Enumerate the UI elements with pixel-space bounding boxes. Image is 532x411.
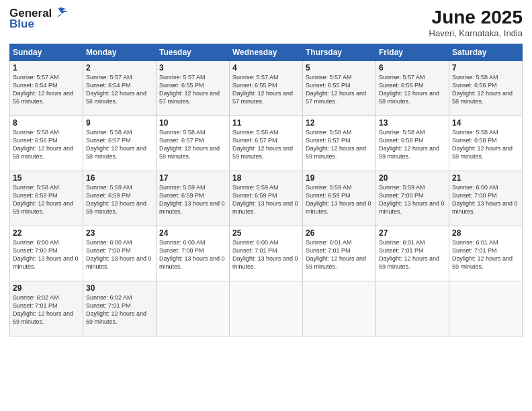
day-number: 30 [86, 283, 153, 293]
calendar-day-cell: 7Sunrise: 5:58 AMSunset: 6:56 PMDaylight… [449, 61, 523, 116]
day-number: 21 [452, 173, 519, 183]
day-number: 10 [159, 118, 226, 128]
calendar-table: SundayMondayTuesdayWednesdayThursdayFrid… [9, 44, 523, 336]
day-info: Sunrise: 5:58 AMSunset: 6:58 PMDaylight:… [379, 128, 446, 161]
day-number: 23 [86, 228, 153, 238]
title-block: June 2025 Haveri, Karnataka, India [429, 7, 523, 38]
calendar-day-header: Monday [83, 44, 157, 61]
calendar-day-cell [303, 281, 376, 336]
day-number: 1 [13, 63, 80, 73]
day-number: 19 [306, 173, 373, 183]
calendar-day-cell: 22Sunrise: 6:00 AMSunset: 7:00 PMDayligh… [10, 226, 83, 281]
day-info: Sunrise: 6:00 AMSunset: 7:00 PMDaylight:… [86, 238, 153, 271]
day-number: 7 [452, 63, 519, 73]
day-number: 5 [306, 63, 373, 73]
day-info: Sunrise: 6:02 AMSunset: 7:01 PMDaylight:… [13, 293, 80, 326]
calendar-day-cell: 25Sunrise: 6:00 AMSunset: 7:01 PMDayligh… [230, 226, 303, 281]
calendar-day-cell: 10Sunrise: 5:58 AMSunset: 6:57 PMDayligh… [157, 116, 230, 171]
calendar-day-cell: 2Sunrise: 5:57 AMSunset: 6:54 PMDaylight… [83, 61, 157, 116]
day-info: Sunrise: 5:59 AMSunset: 7:00 PMDaylight:… [379, 183, 446, 216]
day-info: Sunrise: 5:58 AMSunset: 6:57 PMDaylight:… [232, 128, 300, 161]
day-info: Sunrise: 5:59 AMSunset: 6:59 PMDaylight:… [159, 183, 226, 216]
calendar-week-row: 22Sunrise: 6:00 AMSunset: 7:00 PMDayligh… [10, 226, 523, 281]
calendar-day-cell [230, 281, 303, 336]
calendar-day-cell: 23Sunrise: 6:00 AMSunset: 7:00 PMDayligh… [83, 226, 157, 281]
calendar-day-cell: 20Sunrise: 5:59 AMSunset: 7:00 PMDayligh… [376, 171, 449, 226]
day-number: 4 [232, 63, 300, 73]
calendar-day-cell: 26Sunrise: 6:01 AMSunset: 7:01 PMDayligh… [303, 226, 376, 281]
day-number: 18 [232, 173, 300, 183]
day-number: 14 [452, 118, 519, 128]
day-number: 9 [86, 118, 153, 128]
location: Haveri, Karnataka, India [429, 28, 523, 38]
calendar-day-cell: 6Sunrise: 5:57 AMSunset: 6:56 PMDaylight… [376, 61, 449, 116]
day-info: Sunrise: 5:58 AMSunset: 6:57 PMDaylight:… [306, 128, 373, 161]
calendar-week-row: 8Sunrise: 5:58 AMSunset: 6:56 PMDaylight… [10, 116, 523, 171]
day-number: 25 [232, 228, 300, 238]
day-info: Sunrise: 5:59 AMSunset: 6:59 PMDaylight:… [232, 183, 300, 216]
day-number: 16 [86, 173, 153, 183]
calendar-day-header: Thursday [303, 44, 376, 61]
day-info: Sunrise: 6:00 AMSunset: 7:00 PMDaylight:… [13, 238, 80, 271]
day-number: 29 [13, 283, 80, 293]
day-number: 13 [379, 118, 446, 128]
day-number: 8 [13, 118, 80, 128]
day-number: 26 [306, 228, 373, 238]
calendar-day-header: Sunday [10, 44, 83, 61]
day-info: Sunrise: 6:01 AMSunset: 7:01 PMDaylight:… [379, 238, 446, 271]
calendar-day-cell: 24Sunrise: 6:00 AMSunset: 7:00 PMDayligh… [157, 226, 230, 281]
calendar-day-header: Tuesday [157, 44, 230, 61]
calendar-day-cell: 11Sunrise: 5:58 AMSunset: 6:57 PMDayligh… [230, 116, 303, 171]
day-number: 20 [379, 173, 446, 183]
day-info: Sunrise: 6:02 AMSunset: 7:01 PMDaylight:… [86, 293, 153, 326]
calendar-day-cell: 8Sunrise: 5:58 AMSunset: 6:56 PMDaylight… [10, 116, 83, 171]
calendar-day-cell: 28Sunrise: 6:01 AMSunset: 7:01 PMDayligh… [449, 226, 523, 281]
logo: General Blue [9, 7, 68, 31]
day-info: Sunrise: 6:00 AMSunset: 7:00 PMDaylight:… [452, 183, 519, 216]
day-number: 6 [379, 63, 446, 73]
calendar-day-cell: 4Sunrise: 5:57 AMSunset: 6:55 PMDaylight… [230, 61, 303, 116]
day-number: 15 [13, 173, 80, 183]
calendar-day-cell: 9Sunrise: 5:58 AMSunset: 6:57 PMDaylight… [83, 116, 157, 171]
calendar-day-cell: 29Sunrise: 6:02 AMSunset: 7:01 PMDayligh… [10, 281, 83, 336]
calendar-day-cell: 3Sunrise: 5:57 AMSunset: 6:55 PMDaylight… [157, 61, 230, 116]
day-info: Sunrise: 5:57 AMSunset: 6:55 PMDaylight:… [306, 73, 373, 106]
day-number: 28 [452, 228, 519, 238]
day-number: 24 [159, 228, 226, 238]
calendar-day-cell: 17Sunrise: 5:59 AMSunset: 6:59 PMDayligh… [157, 171, 230, 226]
day-info: Sunrise: 5:58 AMSunset: 6:56 PMDaylight:… [13, 128, 80, 161]
day-info: Sunrise: 6:01 AMSunset: 7:01 PMDaylight:… [306, 238, 373, 271]
calendar-day-cell: 13Sunrise: 5:58 AMSunset: 6:58 PMDayligh… [376, 116, 449, 171]
day-number: 12 [306, 118, 373, 128]
day-info: Sunrise: 5:58 AMSunset: 6:56 PMDaylight:… [452, 73, 519, 106]
day-info: Sunrise: 5:58 AMSunset: 6:58 PMDaylight:… [452, 128, 519, 161]
calendar-day-cell: 1Sunrise: 5:57 AMSunset: 6:54 PMDaylight… [10, 61, 83, 116]
calendar-day-header: Saturday [449, 44, 523, 61]
calendar-day-cell: 14Sunrise: 5:58 AMSunset: 6:58 PMDayligh… [449, 116, 523, 171]
calendar-day-cell: 27Sunrise: 6:01 AMSunset: 7:01 PMDayligh… [376, 226, 449, 281]
calendar-day-cell: 15Sunrise: 5:58 AMSunset: 6:58 PMDayligh… [10, 171, 83, 226]
logo-bird-icon [53, 7, 68, 19]
day-number: 3 [159, 63, 226, 73]
day-info: Sunrise: 5:57 AMSunset: 6:55 PMDaylight:… [159, 73, 226, 106]
logo-blue-text: Blue [9, 17, 34, 31]
day-info: Sunrise: 5:58 AMSunset: 6:57 PMDaylight:… [86, 128, 153, 161]
day-number: 17 [159, 173, 226, 183]
day-info: Sunrise: 6:00 AMSunset: 7:01 PMDaylight:… [232, 238, 300, 271]
day-info: Sunrise: 5:57 AMSunset: 6:56 PMDaylight:… [379, 73, 446, 106]
day-info: Sunrise: 6:01 AMSunset: 7:01 PMDaylight:… [452, 238, 519, 271]
calendar-day-cell [157, 281, 230, 336]
calendar-day-header: Friday [376, 44, 449, 61]
day-info: Sunrise: 5:58 AMSunset: 6:58 PMDaylight:… [13, 183, 80, 216]
page-header: General Blue June 2025 Haveri, Karnataka… [9, 7, 523, 38]
day-info: Sunrise: 6:00 AMSunset: 7:00 PMDaylight:… [159, 238, 226, 271]
calendar-header-row: SundayMondayTuesdayWednesdayThursdayFrid… [10, 44, 523, 61]
calendar-day-cell [376, 281, 449, 336]
calendar-day-cell: 21Sunrise: 6:00 AMSunset: 7:00 PMDayligh… [449, 171, 523, 226]
calendar-day-cell: 19Sunrise: 5:59 AMSunset: 6:59 PMDayligh… [303, 171, 376, 226]
calendar-week-row: 15Sunrise: 5:58 AMSunset: 6:58 PMDayligh… [10, 171, 523, 226]
calendar-day-cell: 18Sunrise: 5:59 AMSunset: 6:59 PMDayligh… [230, 171, 303, 226]
day-number: 2 [86, 63, 153, 73]
calendar-day-cell: 5Sunrise: 5:57 AMSunset: 6:55 PMDaylight… [303, 61, 376, 116]
day-info: Sunrise: 5:59 AMSunset: 6:59 PMDaylight:… [306, 183, 373, 216]
